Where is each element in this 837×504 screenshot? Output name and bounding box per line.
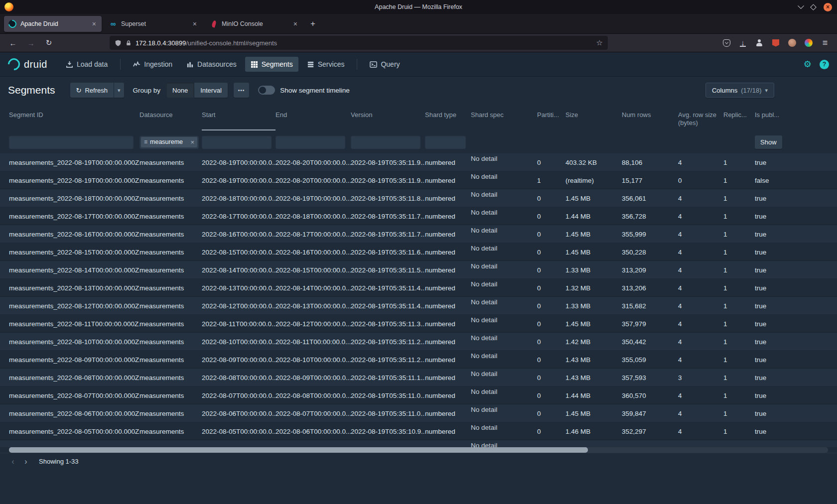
column-header-avg-row-size[interactable]: Avg. row size (bytes) (678, 104, 723, 130)
filter-version-input[interactable] (351, 135, 420, 149)
cell-shard-type: numbered (425, 356, 471, 364)
ublock-origin-icon[interactable] (771, 38, 781, 48)
group-by-interval-button[interactable]: Interval (194, 83, 228, 98)
table-row[interactable]: measurements_2022-08-19T00:00:00.000Z...… (0, 171, 837, 189)
horizontal-scrollbar[interactable] (9, 447, 828, 453)
is-published-filter-button[interactable]: Show (755, 135, 782, 149)
column-header-num-rows[interactable]: Num rows (622, 104, 678, 130)
chevron-down-icon: ▾ (765, 87, 768, 94)
pinwheel-extension-icon[interactable] (804, 38, 814, 48)
column-header-segment-id[interactable]: Segment ID (9, 104, 140, 130)
cell-size: 1.44 MB (565, 213, 622, 220)
nav-load-data[interactable]: Load data (60, 57, 113, 72)
nav-datasources[interactable]: Datasources (181, 57, 242, 72)
cell-num-rows: 15,177 (622, 177, 678, 184)
table-row[interactable]: measurements_2022-08-14T00:00:00.000Z...… (0, 261, 837, 279)
reload-button[interactable]: ↻ (42, 36, 56, 50)
cell-replicas: 1 (723, 284, 755, 292)
table-row[interactable]: measurements_2022-08-09T00:00:00.000Z...… (0, 351, 837, 369)
column-header-shard-type[interactable]: Shard type (425, 104, 471, 130)
tab-apache-druid[interactable]: Apache Druid × (4, 16, 102, 32)
account-icon[interactable] (754, 38, 764, 48)
cell-is-published: false (755, 177, 835, 184)
column-header-is-published[interactable]: Is publ... (755, 104, 835, 130)
table-row[interactable]: measurements_2022-08-07T00:00:00.000Z...… (0, 386, 837, 404)
window-titlebar: Apache Druid — Mozilla Firefox × (0, 0, 837, 14)
pocket-save-icon[interactable] (721, 38, 731, 48)
help-icon[interactable]: ? (820, 60, 829, 69)
table-row[interactable]: measurements_2022-08-11T00:00:00.000Z...… (0, 315, 837, 333)
cell-start: 2022-08-08T00:00:00.0... (202, 374, 276, 381)
refresh-dropdown-button[interactable]: ▾ (114, 83, 124, 98)
tab-minio-console[interactable]: MinIO Console × (205, 16, 303, 32)
back-button[interactable]: ← (6, 36, 20, 50)
next-page-button[interactable]: › (20, 456, 32, 468)
settings-gear-icon[interactable]: ⚙ (804, 59, 812, 70)
tab-label: Apache Druid (20, 20, 87, 27)
table-row[interactable]: measurements_2022-08-12T00:00:00.000Z...… (0, 297, 837, 315)
nav-services[interactable]: Services (301, 57, 350, 72)
column-header-version[interactable]: Version (351, 104, 425, 130)
window-minimize-icon[interactable] (798, 2, 804, 9)
cell-replicas: 1 (723, 320, 755, 328)
window-close-icon[interactable]: × (824, 3, 832, 11)
chip-remove-icon[interactable]: × (190, 138, 194, 146)
bookmark-star-icon[interactable]: ☆ (596, 38, 603, 47)
cell-datasource: measurements (140, 284, 202, 292)
table-row[interactable]: measurements_2022-08-19T00:00:00.000Z...… (0, 153, 837, 171)
filter-datasource-input[interactable]: ≡ measureme × (140, 135, 199, 149)
filter-start-input[interactable] (202, 135, 272, 149)
previous-page-button[interactable]: ‹ (7, 456, 19, 468)
tab-close-icon[interactable]: × (292, 20, 298, 28)
tracking-shield-icon[interactable] (115, 39, 122, 47)
scrollbar-thumb[interactable] (9, 447, 588, 453)
column-header-replicas[interactable]: Replic... (723, 104, 755, 130)
table-row[interactable]: measurements_2022-08-13T00:00:00.000Z...… (0, 279, 837, 297)
druid-brand[interactable]: druid (24, 59, 47, 70)
table-row[interactable]: measurements_2022-08-18T00:00:00.000Z...… (0, 189, 837, 207)
column-header-end[interactable]: End (276, 104, 351, 130)
nav-ingestion[interactable]: Ingestion (128, 57, 178, 72)
datasource-filter-chip[interactable]: ≡ measureme × (141, 137, 197, 147)
column-header-start[interactable]: Start (202, 104, 276, 130)
column-header-size[interactable]: Size (565, 104, 622, 130)
url-bar[interactable]: 172.18.0.4:30899/unified-console.html#se… (110, 36, 608, 50)
group-by-none-button[interactable]: None (166, 83, 194, 98)
cell-datasource: measurements (140, 195, 202, 202)
chip-label: measureme (150, 138, 183, 145)
filter-segment-id-input[interactable] (9, 135, 134, 149)
lock-icon[interactable] (126, 40, 132, 46)
table-row[interactable]: measurements_2022-08-17T00:00:00.000Z...… (0, 207, 837, 225)
filter-shard-type-input[interactable] (425, 135, 466, 149)
table-row[interactable]: measurements_2022-08-04T00:00:00.000Z...… (0, 440, 837, 447)
menu-icon[interactable]: ≡ (820, 38, 830, 48)
table-row[interactable]: measurements_2022-08-10T00:00:00.000Z...… (0, 333, 837, 351)
tab-close-icon[interactable]: × (91, 20, 97, 28)
new-tab-button[interactable]: + (306, 17, 320, 31)
window-maximize-icon[interactable] (810, 4, 817, 10)
druid-logo-icon[interactable] (5, 56, 22, 73)
tab-superset[interactable]: ∞ Superset × (105, 16, 202, 32)
refresh-button[interactable]: ↻ Refresh (70, 83, 114, 98)
cell-shard-spec: No detail (471, 189, 537, 198)
columns-button[interactable]: Columns (17/18) ▾ (705, 83, 774, 98)
filter-end-input[interactable] (276, 135, 345, 149)
table-row[interactable]: measurements_2022-08-06T00:00:00.000Z...… (0, 404, 837, 422)
column-header-partition[interactable]: Partiti... (537, 104, 565, 130)
table-row[interactable]: measurements_2022-08-15T00:00:00.000Z...… (0, 243, 837, 261)
table-row[interactable]: measurements_2022-08-08T00:00:00.000Z...… (0, 369, 837, 386)
avatar-extension-icon[interactable] (787, 38, 797, 48)
column-header-datasource[interactable]: Datasource (140, 104, 202, 130)
column-header-shard-spec[interactable]: Shard spec (471, 104, 537, 130)
segment-timeline-toggle[interactable] (258, 86, 275, 95)
nav-query[interactable]: Query (364, 57, 405, 72)
nav-segments[interactable]: Segments (245, 57, 298, 72)
downloads-icon[interactable]: ↓ (738, 38, 748, 48)
cell-version: 2022-08-19T05:35:11.9... (351, 159, 425, 166)
table-row[interactable]: measurements_2022-08-05T00:00:00.000Z...… (0, 422, 837, 440)
tab-close-icon[interactable]: × (192, 20, 198, 28)
filter-icon: ≡ (144, 138, 147, 145)
more-options-button[interactable]: ••• (234, 83, 250, 98)
forward-button[interactable]: → (24, 36, 38, 50)
table-row[interactable]: measurements_2022-08-16T00:00:00.000Z...… (0, 225, 837, 243)
